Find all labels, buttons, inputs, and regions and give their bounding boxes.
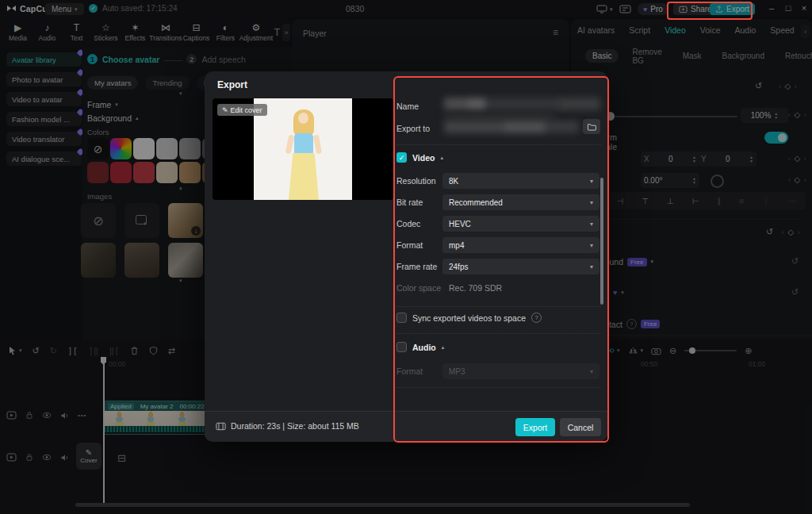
- framerate-label: Frame rate: [396, 262, 437, 271]
- dialog-scrollbar[interactable]: [600, 178, 603, 305]
- chevron-up-icon: ▴: [442, 344, 445, 351]
- audio-format-label: Format: [396, 366, 423, 376]
- cancel-button[interactable]: Cancel: [560, 418, 601, 436]
- video-section-header[interactable]: ✓ Video ▴: [396, 152, 443, 163]
- chevron-down-icon: ▾: [590, 263, 593, 270]
- help-icon: ?: [531, 313, 542, 323]
- avatar-face: [298, 113, 308, 124]
- resolution-label: Resolution: [396, 176, 436, 186]
- format-value: mp4: [449, 241, 464, 250]
- pencil-icon: ✎: [222, 106, 228, 114]
- chevron-down-icon: ▾: [590, 368, 593, 375]
- name-subtext-redacted: [444, 113, 555, 120]
- chevron-down-icon: ▾: [590, 178, 593, 185]
- sync-checkbox[interactable]: [396, 313, 407, 323]
- edit-cover-button[interactable]: ✎ Edit cover: [217, 104, 267, 116]
- export-summary: Duration: 23s | Size: about 115 MB: [216, 421, 359, 431]
- color-space-label: Color space: [396, 283, 441, 293]
- color-space-value: Rec. 709 SDR: [449, 283, 502, 293]
- audio-section-label: Audio: [412, 343, 436, 352]
- bitrate-select[interactable]: Recommended ▾: [442, 194, 599, 210]
- browse-folder-button[interactable]: [583, 119, 600, 134]
- sync-label: Sync exported videos to space: [412, 313, 526, 323]
- audio-format-select: MP3 ▾: [442, 363, 599, 379]
- export-path-redacted[interactable]: [444, 121, 579, 133]
- bitrate-value: Recommended: [449, 198, 503, 207]
- avatar-skirt: [289, 153, 319, 200]
- chevron-down-icon: ▾: [590, 199, 593, 206]
- export-dialog: Export ✎ Edit cover Name Export to: [205, 71, 607, 441]
- framerate-value: 24fps: [449, 263, 468, 271]
- format-select[interactable]: mp4 ▾: [442, 237, 599, 253]
- resolution-value: 8K: [449, 177, 458, 186]
- codec-select[interactable]: HEVC ▾: [442, 216, 599, 232]
- video-checkbox[interactable]: ✓: [396, 152, 407, 163]
- sync-to-space-row[interactable]: Sync exported videos to space ?: [396, 313, 542, 323]
- avatar-top: [294, 133, 313, 154]
- format-label: Format: [396, 240, 423, 250]
- preview-video-frame: [254, 98, 352, 200]
- film-icon: [216, 422, 226, 431]
- chevron-down-icon: ▾: [590, 221, 593, 228]
- name-label: Name: [396, 102, 419, 111]
- framerate-select[interactable]: 24fps ▾: [442, 259, 599, 274]
- folder-icon: [587, 123, 596, 131]
- codec-value: HEVC: [449, 220, 471, 228]
- export-confirm-button[interactable]: Export: [515, 418, 555, 436]
- capcut-app-window: CapCut Menu ▾ ✓ Auto saved: 17:15:24 083…: [0, 0, 812, 514]
- audio-section-header[interactable]: Audio ▴: [396, 342, 444, 352]
- resolution-select[interactable]: 8K ▾: [442, 173, 599, 189]
- audio-format-value: MP3: [449, 367, 465, 376]
- name-value-redacted[interactable]: [444, 98, 563, 110]
- export-preview: ✎ Edit cover: [213, 98, 393, 200]
- bitrate-label: Bit rate: [396, 198, 423, 207]
- chevron-down-icon: ▾: [590, 242, 593, 249]
- export-to-label: Export to: [396, 124, 430, 133]
- duration-size-text: Duration: 23s | Size: about 115 MB: [231, 421, 359, 431]
- name-value-redacted: [559, 98, 600, 110]
- chevron-up-icon: ▴: [440, 155, 443, 161]
- dialog-footer: Duration: 23s | Size: about 115 MB Expor…: [205, 411, 607, 442]
- dialog-title: Export: [217, 79, 247, 90]
- avatar-arm: [285, 135, 295, 155]
- codec-label: Codec: [396, 219, 420, 228]
- audio-checkbox[interactable]: [396, 342, 407, 352]
- avatar-arm: [313, 135, 322, 155]
